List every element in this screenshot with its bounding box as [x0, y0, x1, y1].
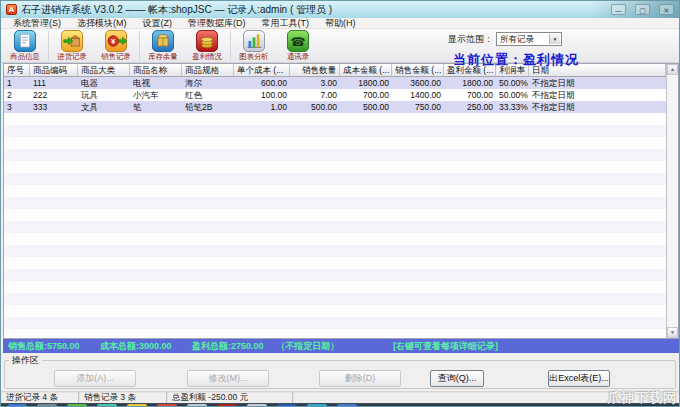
cell-unit-cost: 100.00 [234, 89, 290, 101]
cell-product-code: 333 [30, 101, 78, 113]
current-location-value: 盈利情况 [523, 52, 579, 67]
maximize-button[interactable]: ▢ [635, 4, 650, 15]
toolbar-button-purchase-records[interactable]: 进货记录 [50, 30, 94, 62]
column-header-cost-amount[interactable]: 成本金额 (... [340, 64, 392, 76]
column-header-product-code[interactable]: 商品编码 [30, 64, 78, 76]
scroll-up-icon[interactable]: ▲ [667, 64, 678, 75]
cell-seq: 1 [4, 77, 30, 89]
vertical-scrollbar[interactable]: ▲ ▼ [666, 64, 678, 338]
toolbar-button-label: 图表分析 [239, 52, 268, 60]
query-button[interactable]: 查询(Q)... [430, 370, 484, 387]
status-bar: 进货记录 4 条 销售记录 3 条 总盈利额 -250.00 元 [1, 391, 679, 403]
grid-main: 序号 商品编码 商品大类 商品名称 商品规格 单个成本 (... 销售数量 成本… [4, 64, 666, 338]
column-header-spec[interactable]: 商品规格 [182, 64, 234, 76]
cell-spec: 铅笔2B [182, 101, 234, 113]
svg-text:☎: ☎ [291, 35, 306, 49]
column-header-unit-cost[interactable]: 单个成本 (... [234, 64, 290, 76]
app-icon: A [6, 4, 17, 15]
add-button[interactable]: 添加(A)... [54, 370, 136, 387]
toolbar-button-contacts[interactable]: ☎ 通讯录 [276, 30, 320, 62]
export-excel-button[interactable]: 出Excel表(E)... [548, 370, 610, 387]
window-controls: — ▢ ✕ [611, 4, 674, 15]
cell-product-name: 电视 [130, 77, 182, 89]
cell-date: 不指定日期 [529, 101, 666, 113]
taskbar-strip [1, 403, 679, 407]
display-scope-label: 显示范围： [448, 33, 493, 46]
cell-unit-cost: 1.00 [234, 101, 290, 113]
stock-balance-icon [152, 30, 174, 52]
toolbar-button-label: 进货记录 [57, 52, 86, 60]
scroll-down-icon[interactable]: ▼ [667, 327, 678, 338]
menu-item-system[interactable]: 系统管理(S) [5, 18, 69, 29]
sales-record-icon: ¥ [105, 30, 127, 52]
cell-category: 文具 [78, 101, 130, 113]
cell-profit-amount: 700.00 [444, 89, 496, 101]
column-header-product-name[interactable]: 商品名称 [130, 64, 182, 76]
cell-date: 不指定日期 [529, 77, 666, 89]
title-bar: A 石子进销存系统 V3.0.2 —— 帐本:shopJSC — 记录人:adm… [1, 1, 679, 18]
table-row[interactable]: 2 222 玩具 小汽车 红色 100.00 7.00 700.00 1400.… [4, 89, 666, 101]
svg-text:¥: ¥ [111, 37, 116, 46]
cell-sales-amount: 1400.00 [392, 89, 444, 101]
menu-item-database[interactable]: 管理数据库(D) [180, 18, 254, 29]
profit-data-grid: 序号 商品编码 商品大类 商品名称 商品规格 单个成本 (... 销售数量 成本… [3, 63, 679, 339]
cell-product-name: 小汽车 [130, 89, 182, 101]
column-header-seq[interactable]: 序号 [4, 64, 30, 76]
cell-sales-amount: 750.00 [392, 101, 444, 113]
watermark: 爪神下载网 [607, 389, 677, 407]
cell-spec: 海尔 [182, 77, 234, 89]
minimize-button[interactable]: — [611, 4, 626, 15]
toolbar-button-label: 库存余量 [148, 52, 177, 60]
table-row[interactable]: 3 333 文具 笔 铅笔2B 1.00 500.00 500.00 750.0… [4, 101, 666, 113]
cell-cost-amount: 1800.00 [340, 77, 392, 89]
cell-unit-cost: 600.00 [234, 77, 290, 89]
delete-button[interactable]: 删除(D) [319, 370, 401, 387]
menu-item-modules[interactable]: 选择模块(M) [69, 18, 135, 29]
current-location-label: 当前位置： [453, 52, 523, 67]
toolbar-button-label: 通讯录 [287, 52, 309, 60]
status-purchase-count: 进货记录 4 条 [1, 392, 79, 403]
modify-button[interactable]: 修改(M)... [187, 370, 269, 387]
column-header-qty[interactable]: 销售数量 [290, 64, 340, 76]
cell-margin: 50.00% [496, 77, 529, 89]
toolbar-button-goods-info[interactable]: 商品信息 [3, 30, 47, 62]
menu-item-help[interactable]: 帮助(H) [317, 18, 364, 29]
cell-spec: 红色 [182, 89, 234, 101]
operations-area: 操作区 添加(A)... 修改(M)... 删除(D) 查询(Q)... 出Ex… [1, 353, 679, 391]
toolbar-separator [230, 31, 231, 61]
contacts-phone-icon: ☎ [287, 30, 309, 52]
menu-item-settings[interactable]: 设置(Z) [135, 18, 181, 29]
cell-qty: 7.00 [290, 89, 340, 101]
summary-bar: 销售总额:5750.00 成本总额:3000.00 盈利总额:2750.00 （… [3, 339, 679, 353]
toolbar-button-label: 销售记录 [101, 52, 130, 60]
cell-product-name: 笔 [130, 101, 182, 113]
display-scope-value: 所有记录 [500, 34, 534, 44]
cell-margin: 33.33% [496, 101, 529, 113]
summary-date-note: （不指定日期） [276, 339, 339, 353]
summary-hint: [右键可查看每项详细记录] [393, 339, 498, 353]
window-title: 石子进销存系统 V3.0.2 —— 帐本:shopJSC — 记录人:admin… [21, 3, 332, 17]
close-button[interactable]: ✕ [659, 4, 674, 15]
cell-qty: 500.00 [290, 101, 340, 113]
status-total-profit: 总盈利额 -250.00 元 [167, 392, 293, 403]
chart-analysis-icon [243, 30, 265, 52]
toolbar-button-sales-records[interactable]: ¥ 销售记录 [94, 30, 138, 62]
status-sales-count: 销售记录 3 条 [79, 392, 167, 403]
cell-product-code: 222 [30, 89, 78, 101]
cell-product-code: 111 [30, 77, 78, 89]
chevron-down-icon[interactable]: ▼ [549, 34, 560, 44]
toolbar-button-chart-analysis[interactable]: 图表分析 [232, 30, 276, 62]
column-header-sales-amount[interactable]: 销售金额 (... [392, 64, 444, 76]
operations-groupbox-title: 操作区 [9, 354, 42, 367]
menu-item-tools[interactable]: 常用工具(T) [254, 18, 318, 29]
summary-sales-total: 销售总额:5750.00 [8, 339, 80, 353]
goods-info-icon [14, 30, 36, 52]
purchase-record-icon [61, 30, 83, 52]
cell-seq: 3 [4, 101, 30, 113]
toolbar-button-profit-status[interactable]: 盈利情况 [185, 30, 229, 62]
column-header-category[interactable]: 商品大类 [78, 64, 130, 76]
toolbar-separator [48, 31, 49, 61]
table-row[interactable]: 1 111 电器 电视 海尔 600.00 3.00 1800.00 3600.… [4, 77, 666, 89]
toolbar-button-stock-balance[interactable]: 库存余量 [141, 30, 185, 62]
display-scope-select[interactable]: 所有记录 ▼ [496, 32, 562, 46]
